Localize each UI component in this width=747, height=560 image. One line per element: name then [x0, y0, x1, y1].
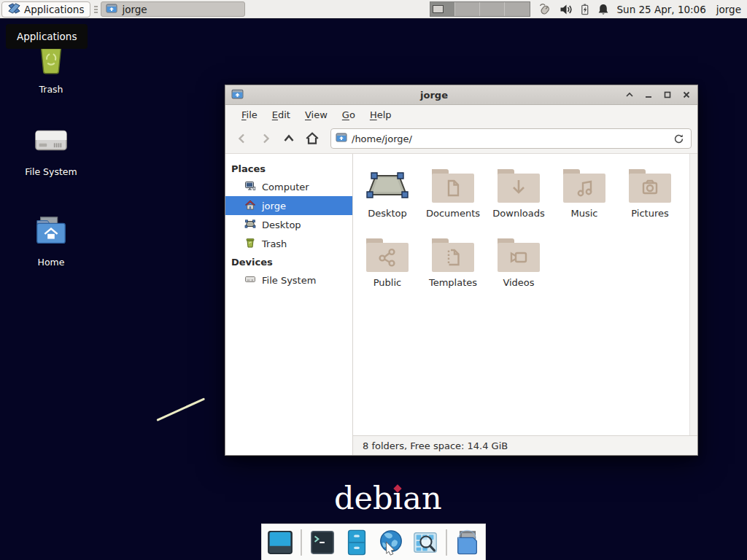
sidebar-item-file-system[interactable]: File System: [225, 271, 352, 289]
window-title: jorge: [244, 90, 624, 101]
maximize-button[interactable]: [662, 90, 673, 100]
directory-menu-icon[interactable]: [454, 528, 481, 557]
debian-text: deb: [334, 481, 393, 516]
documents-folder-icon: [430, 166, 476, 206]
back-button[interactable]: [231, 128, 253, 149]
workspace-2[interactable]: [455, 2, 480, 16]
vertical-scrollbar[interactable]: [689, 154, 697, 435]
cursor-artifact-line: [156, 397, 205, 421]
notifications-bell-icon[interactable]: [597, 3, 610, 16]
sidebar: Places Computer: [225, 154, 353, 455]
folder-item-documents[interactable]: Documents: [420, 166, 486, 235]
desktop-icon-label: Trash: [39, 84, 63, 95]
desktop-mini-icon: [244, 218, 256, 232]
folder-item-music[interactable]: Music: [551, 166, 617, 235]
web-browser-icon[interactable]: [377, 528, 405, 557]
statusbar: 8 folders, Free space: 14.4 GiB: [353, 435, 697, 455]
folder-item-desktop[interactable]: Desktop: [355, 166, 420, 235]
menu-go[interactable]: Go: [335, 106, 363, 123]
pictures-folder-icon: [627, 166, 673, 206]
hard-drive-icon: [33, 124, 69, 160]
menu-help[interactable]: Help: [363, 106, 399, 123]
folder-item-downloads[interactable]: Downloads: [486, 166, 551, 235]
terminal-icon[interactable]: [309, 528, 336, 557]
workspace-switcher: [430, 1, 530, 17]
panel-user-button[interactable]: jorge: [716, 4, 741, 15]
folder-label: Pictures: [631, 208, 668, 219]
folder-label: Desktop: [368, 208, 407, 219]
tasklist-handle[interactable]: [92, 3, 99, 16]
mouse-icon[interactable]: [538, 2, 552, 16]
folder-item-videos[interactable]: Videos: [486, 235, 551, 304]
sidebar-item-label: File System: [262, 275, 316, 286]
dock-separator: [446, 529, 447, 556]
places-header: Places: [225, 160, 352, 177]
folder-label: Downloads: [492, 208, 544, 219]
minimize-button[interactable]: [643, 90, 654, 100]
devices-header: Devices: [225, 253, 352, 271]
templates-folder-icon: [430, 235, 476, 276]
sidebar-item-label: Computer: [262, 182, 309, 192]
debian-i: ı: [393, 481, 403, 516]
file-cabinet-icon[interactable]: [343, 528, 371, 557]
volume-icon[interactable]: [559, 3, 573, 16]
music-folder-icon: [561, 166, 608, 206]
menubar: File Edit View Go Help: [225, 105, 697, 124]
workspace-1[interactable]: [430, 2, 455, 16]
computer-icon: [244, 180, 256, 194]
desktop-icon-file-system[interactable]: File System: [15, 124, 88, 177]
home-icon: [244, 199, 256, 213]
up-button[interactable]: [278, 128, 300, 149]
toolbar: /home/jorge/: [225, 124, 697, 154]
sidebar-item-desktop[interactable]: Desktop: [225, 215, 352, 234]
file-manager-window: jorge File Edit View Go Help: [225, 85, 698, 456]
file-grid: Desktop Documents: [353, 154, 689, 435]
desktop-icon-home[interactable]: Home: [15, 214, 88, 268]
drive-mini-icon: [244, 273, 256, 287]
menu-view[interactable]: View: [298, 106, 335, 123]
sidebar-item-label: jorge: [262, 201, 286, 211]
reload-button[interactable]: [670, 131, 686, 147]
battery-icon[interactable]: [579, 3, 590, 16]
taskbar-window-button[interactable]: jorge: [101, 1, 245, 17]
panel-clock[interactable]: Sun 25 Apr, 10:06: [617, 4, 706, 15]
folder-item-templates[interactable]: Templates: [420, 235, 486, 304]
folder-label: Documents: [426, 208, 480, 219]
desktop-icon-label: File System: [25, 166, 77, 177]
dock-separator: [301, 529, 302, 556]
home-button[interactable]: [301, 128, 323, 149]
debian-text: an: [403, 481, 441, 516]
close-button[interactable]: [681, 90, 692, 100]
forward-button[interactable]: [255, 128, 276, 149]
menu-file[interactable]: File: [234, 106, 265, 123]
show-desktop-icon[interactable]: [266, 528, 294, 557]
sidebar-item-label: Trash: [262, 238, 287, 249]
folder-label: Public: [374, 277, 401, 288]
menu-edit[interactable]: Edit: [265, 106, 298, 123]
launcher-dock: [261, 524, 486, 560]
folder-label: Music: [571, 208, 598, 219]
applications-menu-button[interactable]: Applications: [1, 1, 90, 18]
workspace-3[interactable]: [480, 2, 505, 16]
desktop-pad-icon: [364, 166, 411, 206]
status-text: 8 folders, Free space: 14.4 GiB: [363, 440, 508, 451]
home-folder-icon: [34, 214, 69, 251]
shade-button[interactable]: [624, 90, 635, 100]
window-folder-icon: [231, 88, 244, 103]
path-input[interactable]: /home/jorge/: [352, 133, 666, 144]
titlebar[interactable]: jorge: [225, 85, 697, 105]
app-finder-icon[interactable]: [411, 528, 439, 557]
sidebar-item-trash[interactable]: Trash: [225, 234, 352, 253]
folder-item-public[interactable]: Public: [355, 235, 420, 304]
path-bar[interactable]: /home/jorge/: [330, 128, 692, 149]
sidebar-item-label: Desktop: [262, 219, 301, 230]
sidebar-item-computer[interactable]: Computer: [225, 177, 352, 196]
debian-wordmark: debıan: [334, 481, 442, 516]
desktop-icon-label: Home: [38, 257, 65, 268]
videos-folder-icon: [495, 235, 542, 276]
sidebar-item-jorge[interactable]: jorge: [225, 196, 352, 215]
top-panel: Applications jorge: [0, 0, 747, 19]
folder-item-pictures[interactable]: Pictures: [617, 166, 683, 235]
workspace-4[interactable]: [505, 2, 529, 16]
workspace-window-thumb: [433, 5, 444, 13]
